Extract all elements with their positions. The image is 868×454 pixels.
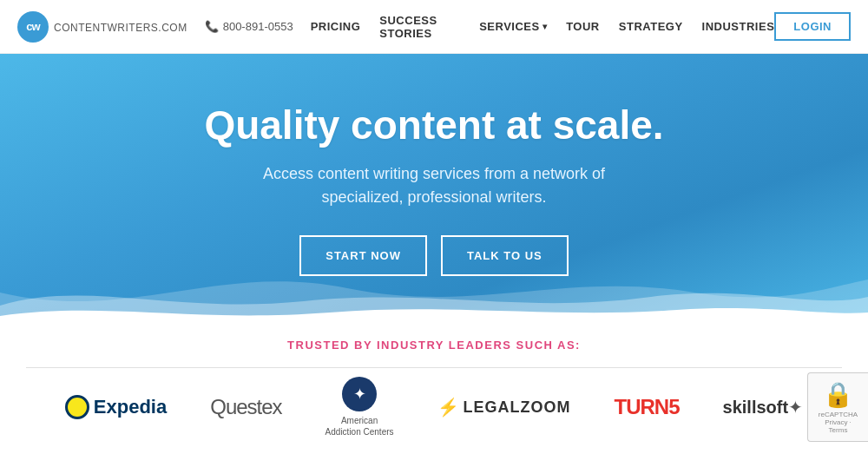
questex-logo: Questex — [210, 395, 281, 419]
legalzoom-icon: ⚡ — [437, 397, 459, 418]
recaptcha-icon: 🔒 — [823, 380, 853, 409]
navbar: cw CONTENTWRITERS.com 📞 800-891-0553 PRI… — [0, 0, 868, 54]
phone-number: 800-891-0553 — [223, 20, 293, 33]
recaptcha-links[interactable]: Privacy · Terms — [817, 418, 859, 434]
nav-services[interactable]: SERVICES ▾ — [479, 20, 547, 33]
aac-text: AmericanAddiction Centers — [326, 415, 394, 438]
expedia-text: Expedia — [94, 396, 167, 418]
recaptcha-badge: 🔒 reCAPTCHA Privacy · Terms — [807, 372, 868, 442]
logo-text: CONTENTWRITERS.com — [54, 20, 187, 34]
aac-icon: ✦ — [342, 377, 377, 411]
logo-icon: cw — [17, 11, 49, 43]
nav-success-stories[interactable]: SUCCESS STORIES — [379, 14, 460, 40]
recaptcha-label: reCAPTCHA — [819, 411, 858, 418]
hero-section: Quality content at scale. Access content… — [0, 54, 868, 323]
turn5-logo: TURN5 — [615, 395, 680, 419]
legalzoom-text: LEGALZOOM — [464, 398, 571, 417]
phone-area[interactable]: 📞 800-891-0553 — [205, 20, 293, 33]
trusted-section: TRUSTED BY INDUSTRY LEADERS SUCH AS: Exp… — [0, 323, 868, 446]
legalzoom-logo: ⚡ LEGALZOOM — [437, 397, 571, 418]
trusted-label: TRUSTED BY INDUSTRY LEADERS SUCH AS: — [0, 339, 868, 352]
nav-pricing[interactable]: PRICING — [311, 20, 361, 33]
services-chevron-icon: ▾ — [542, 22, 548, 31]
phone-icon: 📞 — [205, 20, 219, 33]
logo[interactable]: cw CONTENTWRITERS.com — [17, 11, 187, 43]
nav-industries[interactable]: INDUSTRIES — [702, 20, 775, 33]
hero-subtitle: Access content writing services from a n… — [226, 162, 642, 209]
expedia-icon — [65, 395, 89, 419]
nav-tour[interactable]: TOUR — [566, 20, 600, 33]
nav-strategy[interactable]: STRATEGY — [619, 20, 683, 33]
aac-logo: ✦ AmericanAddiction Centers — [326, 377, 394, 438]
wave-decoration — [0, 262, 868, 323]
hero-title: Quality content at scale. — [204, 102, 663, 148]
nav-links: PRICING SUCCESS STORIES SERVICES ▾ TOUR … — [311, 14, 775, 40]
skillsoft-logo: skillsoft✦ — [723, 397, 804, 418]
logos-row: Expedia Questex ✦ AmericanAddiction Cent… — [0, 377, 868, 438]
expedia-logo: Expedia — [65, 395, 167, 419]
login-button[interactable]: LOGIN — [774, 12, 851, 41]
